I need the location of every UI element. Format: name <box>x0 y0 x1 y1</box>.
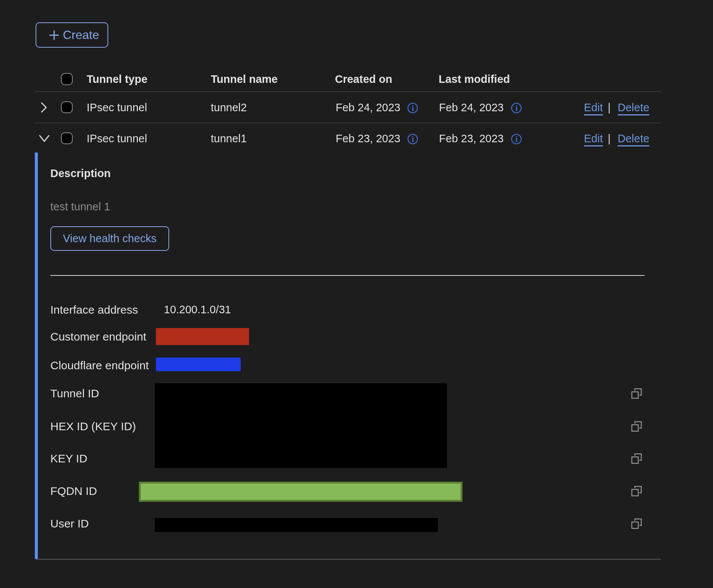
svg-text:i: i <box>412 104 414 113</box>
svg-text:i: i <box>412 135 414 144</box>
svg-text:i: i <box>515 135 518 144</box>
svg-text:i: i <box>515 104 518 113</box>
